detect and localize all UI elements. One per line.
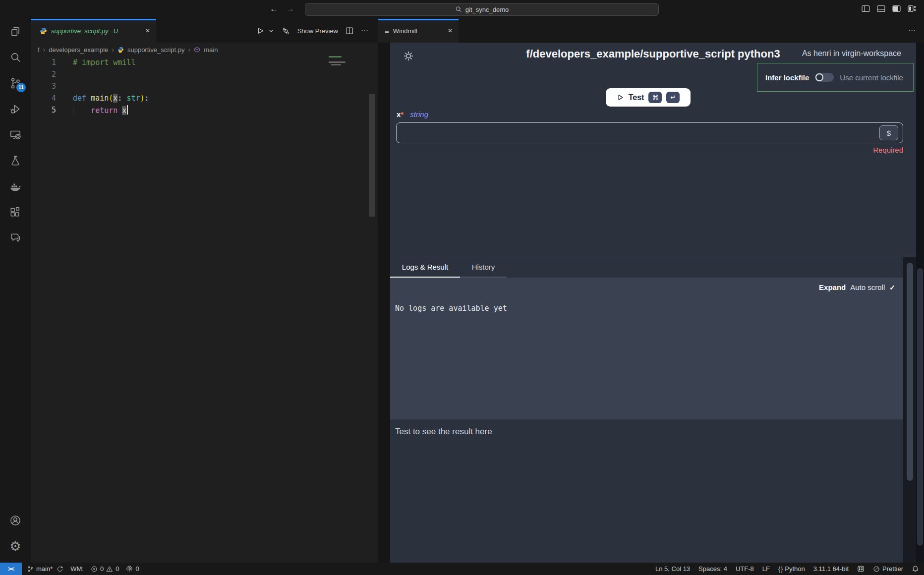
symbol-cube-icon [194,47,200,53]
branch-name: main* [36,565,53,573]
windmill-group: ≡ Windmill ✕ ⋯ f/developers_example/supp… [378,19,924,563]
toggle-knob [815,73,823,81]
run-dropdown-chevron-icon[interactable] [268,28,274,34]
required-message: Required [873,146,903,154]
docker-icon[interactable] [0,173,31,199]
run-debug-icon[interactable] [0,96,31,122]
language-mode-item[interactable]: { } Python [778,565,805,573]
code-token: main [91,94,109,103]
logs-scrollbar-track [903,257,916,563]
run-python-file-icon[interactable] [256,26,265,35]
minimap[interactable] [331,64,341,65]
search-view-icon[interactable] [0,45,31,70]
testing-icon[interactable] [0,148,31,173]
code-token: ( [109,94,113,103]
logs-empty-message: No logs are available yet [395,304,507,313]
problems-item[interactable]: 0 0 [91,565,119,573]
remote-indicator[interactable]: >< [0,563,22,575]
toggle-panel-icon[interactable] [877,5,885,12]
notifications-bell-icon[interactable] [912,565,919,573]
command-center-search[interactable]: git_sync_demo [305,3,659,16]
tab-history[interactable]: History [460,257,507,278]
lockfile-toggle[interactable] [815,73,834,82]
accounts-icon[interactable] [0,511,31,530]
code-editor[interactable]: 1 # import wmill 2 3 4 def main(x: str):… [31,57,378,563]
arg-label: x* string [397,110,428,118]
tab-git-status: U [114,27,118,35]
test-button-label: Test [629,93,644,102]
grid-status-icon[interactable] [857,565,865,573]
code-token: return [91,106,122,115]
eol-item[interactable]: LF [762,565,770,573]
windmill-panel: f/developers_example/supportive_script p… [390,43,916,563]
breadcrumb-folder[interactable]: developers_example [49,46,108,54]
expand-button[interactable]: Expand [819,283,846,291]
result-placeholder: Test to see the result here [395,427,492,437]
code-token: : [145,94,149,103]
code-token: str [126,94,140,103]
windmill-more-actions-icon[interactable]: ⋯ [908,26,916,35]
editor-more-actions-icon[interactable]: ⋯ [361,26,369,35]
remote-explorer-icon[interactable] [0,122,31,148]
wm-label: WM: [70,565,84,573]
history-forward-button[interactable]: → [286,4,294,14]
show-preview-button[interactable]: Show Preview [297,27,338,35]
tab-close-icon[interactable]: ✕ [448,27,453,34]
autoscroll-label[interactable]: Auto scroll [850,283,885,291]
split-editor-icon[interactable] [346,27,353,35]
arg-x-field: $ [396,122,903,143]
editor-group: supportive_script.py U ✕ Show Preview [31,19,378,563]
ports-item[interactable]: 0 [126,565,139,573]
scm-badge: 11 [16,83,26,92]
logs-scrollbar[interactable] [907,263,913,481]
dollar-button[interactable]: $ [879,125,898,140]
braces-icon: { } [778,566,782,573]
source-control-icon[interactable]: 11 [0,70,31,96]
result-tabs: Logs & Result History [390,257,916,278]
tab-supportive-script[interactable]: supportive_script.py U ✕ [31,19,156,43]
prettier-item[interactable]: Prettier [873,565,903,573]
git-branch-item[interactable]: main* [27,565,53,573]
history-back-button[interactable]: ← [270,4,278,14]
indentation-item[interactable]: Spaces: 4 [698,565,727,573]
test-button[interactable]: Test ⌘ ↵ [606,88,691,107]
infer-lockfile-label: Infer lockfile [765,73,809,82]
breadcrumb-file[interactable]: supportive_script.py [127,46,185,54]
minimap[interactable] [329,56,342,58]
arg-x-input[interactable] [397,123,903,143]
warning-count: 0 [116,565,119,573]
toggle-primary-sidebar-icon[interactable] [862,5,870,12]
panel-scrollbar[interactable] [917,268,923,546]
comments-icon[interactable] [0,225,31,251]
breadcrumb-symbol[interactable]: main [204,46,218,54]
editor-tab-bar: supportive_script.py U ✕ Show Preview [31,19,378,43]
editor-scrollbar[interactable] [369,94,375,217]
windmill-status-item[interactable]: WM: [70,565,84,573]
source-control-graph-icon[interactable] [282,27,290,35]
check-icon[interactable]: ✓ [889,284,895,291]
line-number: 4 [31,94,56,103]
python-interpreter-item[interactable]: 3.11.1 64-bit [813,565,849,573]
sync-icon[interactable] [57,566,63,573]
customize-layout-icon[interactable] [908,5,916,12]
tab-windmill[interactable]: ≡ Windmill ✕ [378,19,459,43]
tab-logs-result[interactable]: Logs & Result [390,257,460,278]
logs-pane: Expand Auto scroll ✓ No logs are availab… [390,278,903,419]
toggle-secondary-sidebar-icon[interactable] [892,5,901,12]
arg-required-star: * [401,110,404,118]
line-number: 2 [31,70,56,79]
code-token: # import wmill [73,58,135,67]
encoding-item[interactable]: UTF-8 [736,565,754,573]
workspace-context: As henri in virgin-workspace [802,49,901,58]
activity-bar: 11 ⚙ [0,19,31,563]
code-token-highlighted: x [122,106,126,115]
breadcrumb-root[interactable]: f [38,46,40,54]
tab-label: Windmill [393,27,417,35]
settings-gear-icon[interactable]: ⚙ [0,537,31,556]
minimap[interactable] [329,61,346,63]
tab-close-icon[interactable]: ✕ [145,27,150,34]
text-cursor [127,105,128,115]
extensions-icon[interactable] [0,199,31,225]
explorer-icon[interactable] [0,19,31,45]
cursor-position-item[interactable]: Ln 5, Col 13 [655,565,690,573]
